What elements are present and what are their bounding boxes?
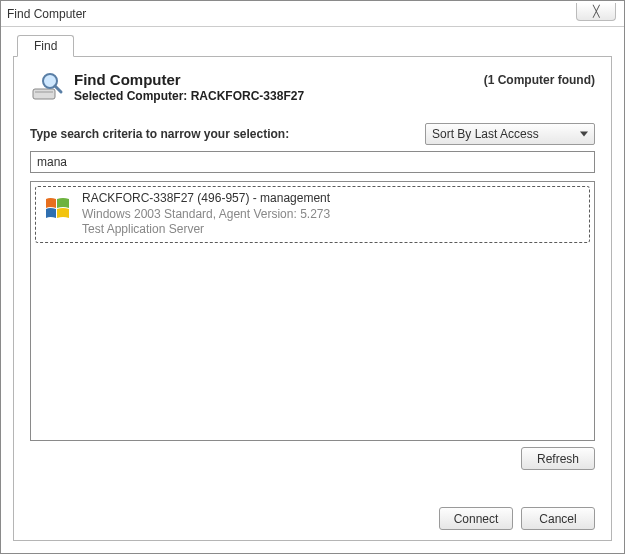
cancel-button[interactable]: Cancel xyxy=(521,507,595,530)
result-row[interactable]: RACKFORC-338F27 (496-957) - management W… xyxy=(35,186,590,243)
windows-logo-icon xyxy=(42,193,74,225)
svg-line-3 xyxy=(55,86,61,92)
svg-rect-1 xyxy=(35,91,53,93)
found-count: (1 Computer found) xyxy=(484,71,595,87)
window-close-button[interactable]: ╳ xyxy=(576,3,616,21)
tab-find[interactable]: Find xyxy=(17,35,74,57)
header-row: Find Computer Selected Computer: RACKFOR… xyxy=(30,71,595,111)
connect-button[interactable]: Connect xyxy=(439,507,513,530)
selected-value: RACKFORC-338F27 xyxy=(191,89,304,103)
result-text: RACKFORC-338F27 (496-957) - management W… xyxy=(82,191,583,238)
sort-by-selected: Sort By Last Access xyxy=(432,127,539,141)
window-title: Find Computer xyxy=(7,7,86,21)
footer-buttons: Connect Cancel xyxy=(439,507,595,530)
criteria-row: Type search criteria to narrow your sele… xyxy=(30,123,595,145)
header-text: Find Computer Selected Computer: RACKFOR… xyxy=(74,71,474,103)
chevron-down-icon xyxy=(580,132,588,137)
results-list[interactable]: RACKFORC-338F27 (496-957) - management W… xyxy=(30,181,595,441)
search-input[interactable] xyxy=(30,151,595,173)
tab-find-label: Find xyxy=(34,39,57,53)
result-title: RACKFORC-338F27 (496-957) - management xyxy=(82,191,583,207)
close-icon: ╳ xyxy=(593,5,600,17)
refresh-row: Refresh xyxy=(30,447,595,470)
search-computer-icon xyxy=(30,71,64,105)
titlebar: Find Computer ╳ xyxy=(1,1,624,27)
page-title: Find Computer xyxy=(74,71,474,88)
criteria-label: Type search criteria to narrow your sele… xyxy=(30,127,417,141)
tab-page-find: Find Computer Selected Computer: RACKFOR… xyxy=(13,56,612,541)
client-area: Find Find Computer Selected Computer: RA xyxy=(13,35,612,541)
result-description: Test Application Server xyxy=(82,222,583,238)
sort-by-dropdown[interactable]: Sort By Last Access xyxy=(425,123,595,145)
refresh-button[interactable]: Refresh xyxy=(521,447,595,470)
result-subtitle: Windows 2003 Standard, Agent Version: 5.… xyxy=(82,207,583,223)
selected-computer-label: Selected Computer: RACKFORC-338F27 xyxy=(74,89,474,103)
find-computer-window: Find Computer ╳ Find xyxy=(0,0,625,554)
selected-prefix: Selected Computer: xyxy=(74,89,191,103)
svg-rect-0 xyxy=(33,89,55,99)
tab-strip: Find xyxy=(13,35,612,57)
